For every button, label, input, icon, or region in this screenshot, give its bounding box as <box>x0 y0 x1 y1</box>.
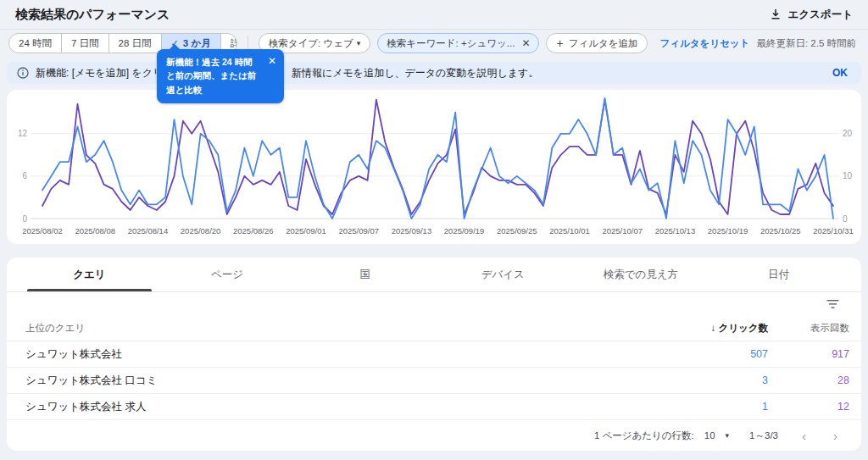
svg-text:2025/09/01: 2025/09/01 <box>286 226 326 236</box>
rows-per-page-select[interactable]: 10 ▾ <box>704 430 729 441</box>
search-type-label: 検索タイプ: ウェブ <box>269 37 353 50</box>
svg-text:12: 12 <box>18 129 28 138</box>
download-icon <box>770 8 782 20</box>
column-header-clicks[interactable]: ↓ クリック数 <box>666 322 768 335</box>
svg-text:2025/10/31: 2025/10/31 <box>813 226 854 236</box>
table-header-row: 上位のクエリ ↓ クリック数 表示回数 <box>7 316 861 341</box>
clicks-cell: 3 <box>666 374 768 386</box>
svg-text:2025/09/13: 2025/09/13 <box>392 226 432 236</box>
svg-text:2025/08/08: 2025/08/08 <box>75 226 115 236</box>
date-range-label: 7 日間 <box>71 37 99 50</box>
reset-filters-link[interactable]: フィルタをリセット <box>659 37 749 50</box>
clicks-cell: 507 <box>666 348 768 360</box>
query-cell: シュワット株式会社 口コミ <box>25 374 666 388</box>
keyword-filter-label: 検索キーワード: +シュワッ... <box>387 37 515 50</box>
new-feature-tooltip: 新機能！過去 24 時間と前の期間、または前週と比較 ✕ <box>157 49 284 103</box>
page-title: 検索結果のパフォーマンス <box>15 7 170 23</box>
impressions-cell: 12 <box>768 401 849 413</box>
table-row[interactable]: シュワット株式会社 求人112 <box>7 394 861 420</box>
svg-text:2025/10/07: 2025/10/07 <box>602 226 643 236</box>
svg-text:2025/10/13: 2025/10/13 <box>655 226 696 236</box>
svg-text:2025/09/25: 2025/09/25 <box>497 226 537 236</box>
date-range-segment[interactable]: 7 日間 <box>62 34 109 53</box>
add-filter-button[interactable]: + フィルタを追加 <box>546 33 648 53</box>
table-body: シュワット株式会社507917シュワット株式会社 口コミ328シュワット株式会社… <box>7 341 861 420</box>
svg-text:2025/08/02: 2025/08/02 <box>22 226 63 236</box>
pagination-range: 1～3/3 <box>749 430 778 442</box>
tab-3[interactable]: デバイス <box>434 258 572 291</box>
plus-icon: + <box>556 36 563 50</box>
svg-text:10: 10 <box>843 171 853 180</box>
detail-label: 詳細 <box>231 37 237 50</box>
table-row[interactable]: シュワット株式会社 口コミ328 <box>7 368 861 394</box>
column-header-query[interactable]: 上位のクエリ <box>25 322 666 335</box>
filter-bar: 24 時間7 日間28 日間✓3 か月詳細▾ 検索タイプ: ウェブ ▾ 検索キー… <box>0 30 868 57</box>
filter-list-icon[interactable] <box>826 299 839 309</box>
date-range-segment[interactable]: 28 日間 <box>109 34 162 53</box>
column-header-impressions[interactable]: 表示回数 <box>768 322 849 335</box>
previous-page-button[interactable]: ‹ <box>798 429 810 443</box>
dimensions-table-card: クエリページ国デバイス検索での見え方日付 上位のクエリ ↓ クリック数 表示回数… <box>7 258 861 451</box>
performance-chart-card: 0612010202025/08/022025/08/082025/08/142… <box>7 90 861 244</box>
export-label: エクスポート <box>788 8 853 22</box>
rows-per-page-value: 10 <box>704 430 715 441</box>
sort-desc-icon: ↓ <box>710 323 715 333</box>
export-button[interactable]: エクスポート <box>770 8 853 22</box>
chevron-down-icon: ▾ <box>726 431 730 440</box>
banner-ok-button[interactable]: OK <box>832 67 848 79</box>
tab-queries[interactable]: クエリ <box>20 258 159 291</box>
svg-text:2025/10/19: 2025/10/19 <box>708 226 748 236</box>
impressions-cell: 917 <box>768 348 849 360</box>
add-filter-label: フィルタを追加 <box>569 37 638 50</box>
performance-line-chart[interactable]: 0612010202025/08/022025/08/082025/08/142… <box>7 90 861 244</box>
svg-text:2025/10/01: 2025/10/01 <box>549 226 590 236</box>
info-icon <box>17 67 29 79</box>
svg-text:2025/08/26: 2025/08/26 <box>233 226 274 236</box>
page-header: 検索結果のパフォーマンス エクスポート <box>0 0 868 29</box>
keyword-filter-chip[interactable]: 検索キーワード: +シュワッ... ✕ <box>377 33 539 53</box>
svg-text:6: 6 <box>22 171 27 180</box>
impressions-cell: 28 <box>768 374 849 386</box>
date-range-label: 28 日間 <box>119 37 152 50</box>
rows-per-page-label: 1 ページあたりの行数: <box>594 430 694 442</box>
svg-text:2025/09/07: 2025/09/07 <box>338 226 379 236</box>
svg-text:2025/09/19: 2025/09/19 <box>444 226 485 236</box>
query-cell: シュワット株式会社 求人 <box>25 400 666 414</box>
tab-2[interactable]: 国 <box>296 258 434 291</box>
last-updated-text: 最終更新日: 2.5 時間前 <box>756 37 856 50</box>
clicks-cell: 1 <box>666 401 768 413</box>
svg-text:0: 0 <box>22 214 27 224</box>
chevron-down-icon: ▾ <box>357 39 361 47</box>
tab-1[interactable]: ページ <box>159 258 297 291</box>
banner-text-right: 新情報にメモを追加し、データの変動を説明します。 <box>292 66 538 80</box>
query-cell: シュワット株式会社 <box>25 347 666 362</box>
tooltip-close-icon[interactable]: ✕ <box>268 55 276 97</box>
pagination-bar: 1 ページあたりの行数: 10 ▾ 1～3/3 ‹ › <box>7 420 861 451</box>
table-toolbar <box>7 292 861 316</box>
close-icon[interactable]: ✕ <box>521 37 530 49</box>
tab-5[interactable]: 日付 <box>709 258 848 291</box>
date-range-segment[interactable]: 24 時間 <box>9 34 62 53</box>
new-feature-banner: 新機能: [メモを追加] をクリックするか 新情報にメモを追加し、データの変動を… <box>7 62 861 84</box>
svg-text:2025/08/20: 2025/08/20 <box>181 226 221 236</box>
dimension-tabs: クエリページ国デバイス検索での見え方日付 <box>7 258 861 291</box>
table-row[interactable]: シュワット株式会社507917 <box>7 341 861 368</box>
svg-text:2025/08/14: 2025/08/14 <box>128 226 169 236</box>
svg-text:0: 0 <box>843 214 848 224</box>
date-range-label: 24 時間 <box>19 37 52 50</box>
svg-text:2025/10/25: 2025/10/25 <box>760 226 801 236</box>
date-range-label: 3 か月 <box>183 37 211 50</box>
next-page-button[interactable]: › <box>830 429 841 443</box>
svg-text:20: 20 <box>843 129 853 138</box>
tab-4[interactable]: 検索での見え方 <box>572 258 710 291</box>
tooltip-text: 新機能！過去 24 時間と前の期間、または前週と比較 <box>166 55 261 97</box>
search-performance-page: 検索結果のパフォーマンス エクスポート 24 時間7 日間28 日間✓3 か月詳… <box>0 0 868 460</box>
